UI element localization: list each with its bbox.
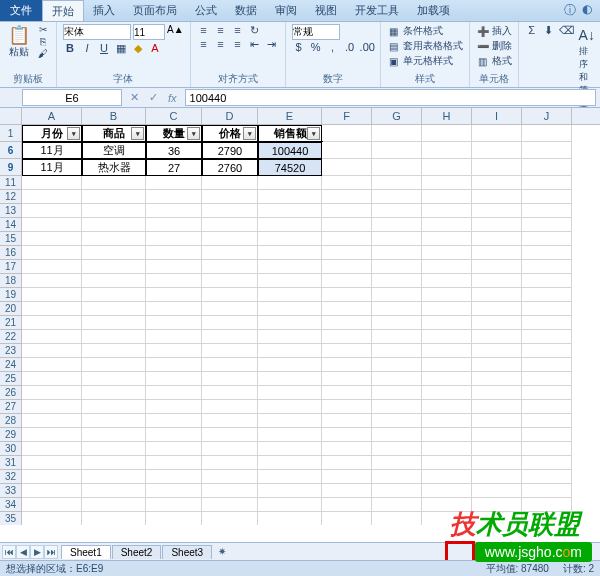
row-header[interactable]: 33 <box>0 484 22 498</box>
cell[interactable] <box>522 414 572 428</box>
row-header[interactable]: 13 <box>0 204 22 218</box>
cell[interactable] <box>422 218 472 232</box>
cell[interactable] <box>522 125 572 142</box>
cell[interactable] <box>372 470 422 484</box>
cell[interactable] <box>82 232 146 246</box>
cell[interactable] <box>22 428 82 442</box>
cell[interactable] <box>82 470 146 484</box>
cell[interactable] <box>22 260 82 274</box>
tab-nav-last[interactable]: ⏭ <box>44 545 58 559</box>
cell[interactable] <box>322 442 372 456</box>
cell[interactable] <box>146 484 202 498</box>
cell[interactable] <box>422 176 472 190</box>
cell[interactable]: 11月 <box>22 159 82 176</box>
fill-button[interactable]: ⬇ <box>542 24 556 37</box>
cell[interactable] <box>422 232 472 246</box>
cell[interactable] <box>146 456 202 470</box>
cell[interactable] <box>522 400 572 414</box>
cell[interactable] <box>202 344 258 358</box>
align-right-button[interactable]: ≡ <box>231 38 245 51</box>
col-header[interactable]: H <box>422 108 472 124</box>
cell[interactable] <box>422 386 472 400</box>
cell[interactable] <box>422 316 472 330</box>
cell[interactable] <box>372 176 422 190</box>
cell[interactable] <box>202 302 258 316</box>
cell[interactable] <box>22 400 82 414</box>
delete-cells-button[interactable]: ➖删除 <box>476 39 512 53</box>
cell[interactable] <box>22 302 82 316</box>
row-header[interactable]: 16 <box>0 246 22 260</box>
row-header[interactable]: 6 <box>0 142 22 159</box>
cell[interactable]: 销售额▾ <box>258 125 322 142</box>
cell[interactable] <box>422 344 472 358</box>
cell[interactable] <box>522 260 572 274</box>
cell[interactable] <box>472 142 522 159</box>
cell[interactable] <box>258 330 322 344</box>
cell[interactable] <box>82 400 146 414</box>
fx-icon[interactable]: fx <box>168 92 177 104</box>
col-header[interactable]: B <box>82 108 146 124</box>
cell[interactable] <box>22 288 82 302</box>
cell[interactable] <box>522 372 572 386</box>
cell[interactable]: 价格▾ <box>202 125 258 142</box>
cell[interactable] <box>472 246 522 260</box>
cell[interactable] <box>372 512 422 525</box>
cell[interactable] <box>202 456 258 470</box>
dec-decimal-button[interactable]: .00 <box>360 41 374 53</box>
cell[interactable] <box>258 260 322 274</box>
cell[interactable] <box>372 190 422 204</box>
cell[interactable] <box>322 358 372 372</box>
cell[interactable] <box>522 442 572 456</box>
row-header[interactable]: 34 <box>0 498 22 512</box>
cell[interactable] <box>522 456 572 470</box>
row-header[interactable]: 21 <box>0 316 22 330</box>
row-header[interactable]: 14 <box>0 218 22 232</box>
cell[interactable] <box>22 204 82 218</box>
cell[interactable] <box>472 330 522 344</box>
cell[interactable] <box>472 372 522 386</box>
col-header[interactable]: F <box>322 108 372 124</box>
ribbon-tab-review[interactable]: 审阅 <box>266 0 306 21</box>
col-header[interactable]: D <box>202 108 258 124</box>
ribbon-tab-insert[interactable]: 插入 <box>84 0 124 21</box>
cell[interactable] <box>22 232 82 246</box>
font-size-select[interactable] <box>133 24 165 40</box>
cell[interactable] <box>422 260 472 274</box>
cell[interactable] <box>522 484 572 498</box>
cell[interactable] <box>322 512 372 525</box>
cell[interactable] <box>82 358 146 372</box>
cell[interactable] <box>202 428 258 442</box>
cell[interactable] <box>22 512 82 525</box>
cell[interactable] <box>372 232 422 246</box>
cell[interactable] <box>258 386 322 400</box>
cell[interactable] <box>258 344 322 358</box>
cell-styles-button[interactable]: ▣单元格样式 <box>387 54 463 68</box>
cell[interactable] <box>22 246 82 260</box>
cell[interactable] <box>258 288 322 302</box>
cell[interactable] <box>202 288 258 302</box>
cell[interactable] <box>322 218 372 232</box>
cell[interactable] <box>22 344 82 358</box>
cell[interactable] <box>82 274 146 288</box>
cell[interactable] <box>422 512 472 525</box>
cell[interactable] <box>522 246 572 260</box>
ribbon-tab-addins[interactable]: 加载项 <box>408 0 459 21</box>
cell[interactable] <box>202 316 258 330</box>
cell[interactable] <box>522 428 572 442</box>
sheet-tab[interactable]: Sheet2 <box>112 545 162 559</box>
cell[interactable] <box>472 190 522 204</box>
cell[interactable] <box>422 159 472 176</box>
filter-dropdown-icon[interactable]: ▾ <box>131 127 144 140</box>
format-cells-button[interactable]: ▥格式 <box>476 54 512 68</box>
cell[interactable] <box>372 456 422 470</box>
cell[interactable] <box>522 512 572 525</box>
cell[interactable] <box>422 400 472 414</box>
cell[interactable] <box>202 274 258 288</box>
cell[interactable] <box>472 232 522 246</box>
copy-button[interactable]: ⎘ <box>36 36 50 47</box>
cell[interactable] <box>22 470 82 484</box>
cell[interactable]: 74520 <box>258 159 322 176</box>
cell[interactable] <box>422 428 472 442</box>
cell[interactable] <box>82 204 146 218</box>
col-header[interactable]: J <box>522 108 572 124</box>
